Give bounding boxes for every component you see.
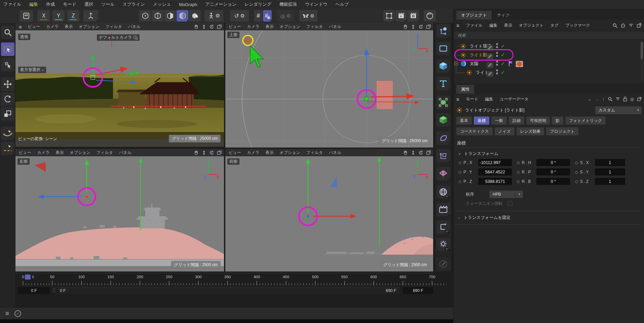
quaternion-checkbox[interactable] <box>507 201 513 206</box>
pan-hand-icon[interactable] <box>194 150 199 155</box>
rotate-settings-button[interactable]: ↺ ⚙ <box>230 10 249 22</box>
preview-range-bar[interactable]: 0 F 690 F <box>56 287 400 294</box>
zoom-icon[interactable] <box>411 150 416 155</box>
tweak-tool[interactable]: ⚙ <box>1 58 14 71</box>
keyframe-diamond[interactable]: ◇ <box>517 170 520 174</box>
vp-menu-panel[interactable]: パネル <box>329 150 341 156</box>
filter-icon[interactable] <box>629 23 634 28</box>
spline-pen-tool[interactable] <box>1 127 14 140</box>
object-tree-scrollbar[interactable] <box>640 41 643 82</box>
rectangle-select-tool[interactable] <box>1 42 14 56</box>
grid-toggle-button[interactable]: # <box>254 10 262 22</box>
menu-item[interactable]: MoGraph <box>179 2 197 7</box>
search-icon[interactable] <box>608 97 612 101</box>
menu-item[interactable]: モード <box>63 1 76 7</box>
sy-field[interactable]: 1 <box>595 168 625 175</box>
transform-group-header[interactable]: ∨ トランスフォーム <box>458 151 498 157</box>
menu-item[interactable]: 選択 <box>84 1 93 7</box>
stage-button[interactable] <box>437 203 450 216</box>
object-row-light-env[interactable]: ライト環境 ✓ <box>454 42 639 51</box>
popup-icon[interactable] <box>637 97 642 101</box>
motext-button[interactable] <box>437 77 450 90</box>
keyframe-diamond[interactable]: ◇ <box>458 160 461 165</box>
orbit-icon[interactable] <box>209 150 214 155</box>
front-view-content[interactable] <box>225 156 433 271</box>
edit-toggle[interactable] <box>487 71 493 77</box>
keyframe-diamond[interactable]: ◇ <box>458 170 461 174</box>
vp-menu-filter[interactable]: フィルタ <box>306 150 323 156</box>
maximize-view-icon[interactable] <box>217 150 222 155</box>
axis-workplane-button[interactable] <box>437 24 450 38</box>
visibility-dots[interactable] <box>496 52 498 57</box>
keyframe-diamond[interactable]: ◇ <box>575 160 578 165</box>
vp-menu-display[interactable]: 表示 <box>55 150 64 156</box>
attr-menu-userdata[interactable]: ユーザーデータ <box>500 96 528 102</box>
z-axis-lock-button[interactable]: Z <box>67 10 79 22</box>
toolbar-grip[interactable] <box>1 10 5 22</box>
scale-tool[interactable] <box>1 107 14 121</box>
interactive-render-button[interactable] <box>424 10 436 22</box>
object-name[interactable]: 太陽 <box>470 61 478 67</box>
attribute-tab[interactable]: 座標 <box>474 117 489 125</box>
object-row-light-shadow[interactable]: ライト影 ✓ <box>454 51 639 59</box>
home-icon[interactable] <box>620 23 626 28</box>
pz-field[interactable]: 5388.8171 <box>478 178 512 185</box>
vp-menu-display[interactable]: 表示 <box>265 150 273 156</box>
keyframe-diamond[interactable]: ◇ <box>575 179 578 184</box>
top-view-content[interactable] <box>225 30 433 148</box>
menu-item[interactable]: ヘルプ <box>336 1 349 7</box>
timeline-grip[interactable] <box>15 272 434 274</box>
object-row-sun[interactable]: − 太陽 ✓ <box>454 60 639 68</box>
back-arrow-icon[interactable]: ← <box>588 97 592 102</box>
status-burger-icon[interactable]: ≡ <box>5 310 9 317</box>
polygon-mode-button[interactable] <box>177 10 188 22</box>
attribute-tab[interactable]: フォトメトリック <box>565 117 606 125</box>
undo-box-button[interactable] <box>20 10 33 22</box>
om-menu-edit[interactable]: 編集 <box>489 23 497 28</box>
symmetry-button[interactable] <box>437 167 450 181</box>
left-view-content[interactable] <box>15 156 224 271</box>
pan-hand-icon[interactable] <box>403 150 408 155</box>
pan-hand-icon[interactable] <box>403 24 408 29</box>
deformer-button[interactable] <box>437 113 450 127</box>
preset-dropdown[interactable]: カスタム ▼ <box>595 106 642 114</box>
cube-primitive-button[interactable] <box>437 59 450 73</box>
viewport-top[interactable]: ビュー カメラ 表示 オプション フィルタ パネル 上面 <box>225 23 433 148</box>
sx-field[interactable]: 1 <box>595 159 625 166</box>
camera-badge[interactable]: デフォルトカメラ <box>97 34 140 41</box>
rotate-tool[interactable] <box>1 92 14 106</box>
om-burger-icon[interactable]: ≡ <box>456 23 459 28</box>
selection-tool-badge[interactable]: 長方形選択 ▸ <box>18 67 46 73</box>
menu-item[interactable]: アニメーション <box>205 1 236 7</box>
edit-toggle[interactable] <box>487 45 493 51</box>
attribute-tab[interactable]: 一般 <box>491 117 507 125</box>
om-menu-tag[interactable]: タグ <box>551 23 559 28</box>
attr-menu-edit[interactable]: 編集 <box>485 96 493 102</box>
search-commander-button[interactable] <box>1 26 14 39</box>
orbit-icon[interactable] <box>209 24 214 29</box>
vp-menu-panel[interactable]: パネル <box>119 150 131 156</box>
attribute-tab[interactable]: 詳細 <box>509 117 524 125</box>
edit-toggle[interactable] <box>487 62 493 68</box>
search-icon[interactable] <box>612 23 617 28</box>
rh-field[interactable]: 0 ° <box>536 159 570 166</box>
scene-start-field[interactable]: 0 F <box>18 287 50 294</box>
attribute-tab[interactable]: コースティクス <box>456 127 493 135</box>
timeline-playhead[interactable] <box>25 274 31 280</box>
vp-menu-view[interactable]: ビュー <box>229 150 241 156</box>
light-plane-handle[interactable] <box>377 81 393 109</box>
attr-menu-mode[interactable]: モード <box>466 96 479 102</box>
menu-item[interactable]: スプライン <box>122 1 145 7</box>
pan-hand-icon[interactable] <box>194 24 199 29</box>
range-grip[interactable] <box>52 288 56 293</box>
vp-menu-panel[interactable]: パネル <box>329 24 341 30</box>
axis-modify-button[interactable] <box>83 10 98 22</box>
vp-menu-view[interactable]: ビュー <box>19 150 31 156</box>
vp-menu-camera[interactable]: カメラ <box>247 150 260 156</box>
keyframe-diamond[interactable]: ◇ <box>575 170 578 174</box>
sky-environment-button[interactable]: ST <box>437 185 450 199</box>
zoom-icon[interactable] <box>201 24 206 29</box>
order-dropdown[interactable]: HPB ▼ <box>489 191 523 198</box>
point-mode-button[interactable] <box>152 10 163 22</box>
menu-item[interactable]: 機能拡張 <box>279 1 297 7</box>
